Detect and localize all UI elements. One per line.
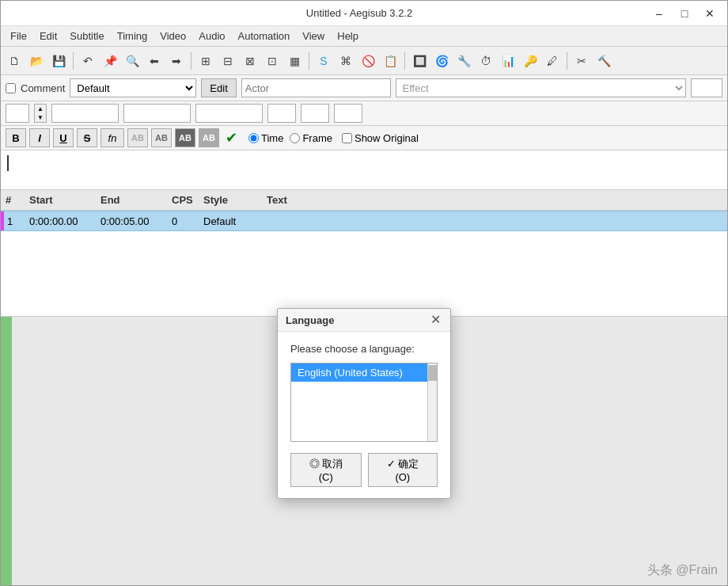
dialog-overlay: Language ✕ Please choose a language: Eng… (1, 317, 727, 585)
italic-button[interactable]: I (29, 128, 50, 147)
commit-button[interactable]: ✔ (226, 129, 237, 146)
tb-btn-12[interactable]: 🔧 (453, 51, 474, 71)
close-button[interactable]: ✕ (699, 6, 721, 21)
language-item-english[interactable]: English (United States) (291, 363, 437, 382)
cancel-button[interactable]: ◎ 取消(C) (290, 453, 362, 487)
menu-video[interactable]: Video (154, 28, 192, 44)
dialog-close-button[interactable]: ✕ (429, 314, 442, 326)
tb-btn-4[interactable]: ⊡ (262, 51, 282, 71)
fn-button[interactable]: fn (100, 128, 124, 147)
ab3-button[interactable]: AB (175, 128, 195, 147)
tb-btn-5[interactable]: ▦ (284, 51, 305, 71)
text-cursor (7, 155, 9, 171)
menu-edit[interactable]: Edit (33, 28, 63, 44)
time-radio-label[interactable]: Time (248, 132, 283, 144)
menu-automation[interactable]: Automation (232, 28, 297, 44)
maximize-button[interactable]: □ (673, 6, 696, 21)
row-left-bar (1, 211, 4, 230)
tb-btn-11[interactable]: 🌀 (431, 51, 452, 71)
tb-btn-15[interactable]: 🔑 (520, 51, 540, 71)
tb-btn-14[interactable]: 📊 (498, 51, 518, 71)
scrollbar-thumb[interactable] (428, 365, 437, 381)
end-time-input[interactable]: 0:00:05.00 (123, 104, 191, 123)
bold-button[interactable]: B (6, 128, 26, 147)
edit-row: Comment Default Edit Effect 0 (1, 75, 727, 101)
tb-btn-17[interactable]: ✂ (571, 51, 592, 71)
menu-timing[interactable]: Timing (111, 28, 154, 44)
val2-input[interactable]: 0 (301, 104, 329, 123)
comment-label: Comment (21, 82, 65, 94)
prev-button[interactable]: ⬅ (144, 51, 165, 71)
start-time-input[interactable]: 0:00:00.00 (51, 104, 119, 123)
ab2-button[interactable]: AB (151, 128, 172, 147)
main-toolbar: 🗋 📂 💾 ↶ 📌 🔍 ⬅ ➡ ⊞ ⊟ ⊠ ⊡ ▦ S ⌘ 🚫 📋 🔲 🌀 🔧 … (1, 47, 727, 75)
tb-btn-16[interactable]: 🖊 (542, 51, 563, 71)
separator-1 (73, 52, 74, 70)
ab4-button[interactable]: AB (199, 128, 219, 147)
show-original-label[interactable]: Show Original (342, 132, 419, 144)
separator-5 (567, 52, 567, 70)
window-controls: – □ ✕ (648, 6, 721, 21)
radio-group: Time Frame (248, 132, 332, 144)
tb-btn-1[interactable]: ⊞ (195, 51, 216, 71)
menu-audio[interactable]: Audio (192, 28, 231, 44)
dialog-title: Language (286, 314, 334, 326)
minimize-button[interactable]: – (648, 6, 670, 21)
row-start: 0:00:00.00 (25, 215, 96, 227)
menu-subtitle[interactable]: Subtitle (63, 28, 110, 44)
col-header-end: End (96, 194, 167, 206)
next-button[interactable]: ➡ (166, 51, 187, 71)
table-row[interactable]: 1 0:00:00.00 0:00:05.00 0 Default (1, 211, 727, 231)
spin-down[interactable]: ▼ (35, 113, 46, 122)
open-button[interactable]: 📂 (26, 51, 47, 71)
tb-btn-6[interactable]: S (313, 51, 334, 71)
main-window: Untitled - Aegisub 3.2.2 – □ ✕ File Edit… (0, 0, 728, 586)
comment-checkbox[interactable] (6, 83, 16, 93)
col-header-cps: CPS (167, 194, 199, 206)
row-num: 1 (1, 215, 25, 227)
ab1-button[interactable]: AB (127, 128, 148, 147)
frame-radio-text: Frame (302, 132, 332, 144)
tb-btn-2[interactable]: ⊟ (218, 51, 238, 71)
spin-up[interactable]: ▲ (35, 105, 46, 113)
menu-file[interactable]: File (4, 28, 33, 44)
save-button[interactable]: 💾 (48, 51, 69, 71)
undo-button[interactable]: ↶ (78, 51, 98, 71)
menu-help[interactable]: Help (331, 28, 365, 44)
val3-input[interactable]: 0 (334, 104, 362, 123)
language-listbox[interactable]: English (United States) (290, 363, 438, 442)
tb-btn-18[interactable]: 🔨 (593, 51, 614, 71)
edit-style-button[interactable]: Edit (201, 78, 236, 97)
dialog-buttons: ◎ 取消(C) ✓ 确定(O) (290, 453, 438, 490)
frame-radio[interactable] (290, 133, 300, 143)
line-number-input[interactable]: 0 (6, 104, 29, 123)
new-button[interactable]: 🗋 (4, 51, 25, 71)
tb-btn-10[interactable]: 🔲 (409, 51, 430, 71)
line-spinner[interactable]: ▲ ▼ (34, 104, 47, 123)
tb-btn-8[interactable]: 🚫 (358, 51, 378, 71)
ok-button[interactable]: ✓ 确定(O) (368, 453, 438, 487)
redo-button[interactable]: 📌 (100, 51, 120, 71)
tb-btn-7[interactable]: ⌘ (336, 51, 356, 71)
actor-input[interactable] (241, 78, 391, 97)
col-header-style: Style (199, 194, 262, 206)
style-select[interactable]: Default (70, 78, 196, 97)
frame-radio-label[interactable]: Frame (290, 132, 332, 144)
tb-btn-3[interactable]: ⊠ (240, 51, 260, 71)
menu-view[interactable]: View (296, 28, 331, 44)
effect-select[interactable]: Effect (396, 78, 686, 97)
tb-btn-9[interactable]: 📋 (380, 51, 400, 71)
show-original-checkbox[interactable] (342, 133, 352, 143)
listbox-scrollbar[interactable] (427, 363, 437, 441)
val1-input[interactable]: 0 (267, 104, 296, 123)
underline-button[interactable]: U (53, 128, 74, 147)
layer-input[interactable]: 0 (691, 78, 722, 97)
time-radio[interactable] (248, 133, 259, 143)
text-edit-area[interactable] (1, 150, 727, 190)
strikethrough-button[interactable]: S (77, 128, 97, 147)
tb-btn-13[interactable]: ⏱ (476, 51, 496, 71)
duration-input[interactable]: 0:00:05.00 (195, 104, 263, 123)
subtitle-table: # Start End CPS Style Text 1 0:00:00.00 … (1, 190, 727, 316)
find-button[interactable]: 🔍 (122, 51, 142, 71)
table-header: # Start End CPS Style Text (1, 190, 727, 211)
